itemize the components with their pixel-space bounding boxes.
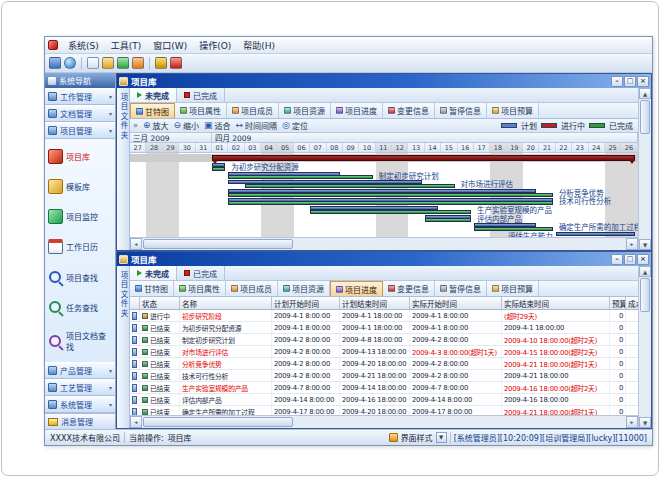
table-row[interactable]: 已结束确定生产所需的加工过程2009-4-17 8:00:002009-4-20…: [130, 406, 638, 415]
menu-system[interactable]: 系统(S): [62, 38, 105, 53]
column-header[interactable]: 预算: [610, 297, 626, 309]
tab-gantt[interactable]: 甘特图: [130, 281, 174, 296]
table-row[interactable]: 已结束对市场进行评估2009-4-2 8:00:002009-4-13 18:0…: [130, 346, 638, 358]
lock-icon[interactable]: [155, 57, 167, 69]
tab-properties[interactable]: 项目属性: [174, 281, 226, 296]
tab-resources[interactable]: 项目资源: [279, 103, 331, 118]
scroll-left-icon[interactable]: ◂: [130, 416, 142, 428]
tab-unfinished[interactable]: 未完成: [130, 266, 177, 280]
scroll-thumb[interactable]: [640, 100, 650, 134]
close-button[interactable]: ×: [637, 254, 649, 265]
minimize-button[interactable]: –: [611, 76, 623, 87]
save-icon[interactable]: [49, 57, 61, 69]
tab-gantt[interactable]: 甘特图: [130, 103, 175, 118]
folder-side-tab[interactable]: 项目文件夹: [117, 266, 130, 428]
tab-progress[interactable]: 项目进度: [331, 103, 383, 118]
scroll-up-icon[interactable]: ▲: [639, 266, 651, 277]
overflow-chevron-icon[interactable]: »: [133, 121, 138, 130]
table-row[interactable]: 已结束分析竞争优势2009-4-2 8:00:002009-4-20 18:00…: [130, 358, 638, 370]
column-header[interactable]: 成本: [626, 297, 638, 309]
menu-help[interactable]: 帮助(H): [237, 38, 281, 53]
tab-pause[interactable]: 暂停信息: [435, 103, 487, 118]
style-dropdown-button[interactable]: ▼: [436, 432, 447, 443]
child-window-titlebar[interactable]: 项目库–□×: [117, 74, 651, 88]
close-button[interactable]: ×: [637, 76, 649, 87]
scroll-left-icon[interactable]: ◂: [130, 238, 142, 250]
column-header[interactable]: 实际结束时间: [502, 297, 610, 309]
actual-bar[interactable]: [310, 210, 471, 214]
column-header[interactable]: 实际开始时间: [410, 297, 502, 309]
scroll-down-icon[interactable]: ▼: [639, 239, 651, 250]
tab-members[interactable]: 项目成员: [227, 103, 279, 118]
actual-bar[interactable]: [474, 227, 553, 231]
gantt-tool-locate[interactable]: ◎定位: [282, 120, 308, 131]
vertical-scrollbar[interactable]: ▲▼: [638, 88, 651, 250]
table-row[interactable]: 进行中初步研究阶段2009-4-1 8:00:002009-4-1 18:00:…: [130, 310, 638, 322]
table-row[interactable]: 已结束为初步研究分配资源2009-4-1 8:00:002009-4-1 18:…: [130, 322, 638, 334]
maximize-button[interactable]: □: [624, 254, 636, 265]
actual-bar[interactable]: [228, 201, 553, 205]
scroll-thumb[interactable]: [143, 239, 293, 249]
actual-bar[interactable]: [228, 175, 372, 179]
scroll-up-icon[interactable]: ▲: [639, 88, 651, 99]
summary-bar[interactable]: [212, 155, 635, 161]
column-header[interactable]: 状态: [140, 297, 180, 309]
column-header[interactable]: 计划开始时间: [272, 297, 340, 309]
horizontal-scrollbar[interactable]: ◂▸: [130, 415, 638, 428]
plan-bar[interactable]: [556, 232, 635, 236]
scroll-right-icon[interactable]: ▸: [626, 416, 638, 428]
gantt-tool-zoom-in[interactable]: ⊕放大: [143, 120, 169, 131]
exit-icon[interactable]: [170, 57, 182, 69]
sidebar-section-system[interactable]: 系统管理▾: [45, 396, 115, 413]
new-doc-icon[interactable]: [87, 57, 99, 69]
tab-members[interactable]: 项目成员: [226, 281, 278, 296]
actual-bar[interactable]: [228, 193, 553, 197]
table-row[interactable]: 已结束制定初步研究计划2009-4-2 8:00:002009-4-8 18:0…: [130, 334, 638, 346]
tab-budget[interactable]: 项目预算: [487, 281, 539, 296]
gantt-tool-zoom-out[interactable]: ⊖缩小: [173, 120, 199, 131]
table-row[interactable]: 已结束评估内部产品2009-4-14 8:00:002009-4-16 18:0…: [130, 394, 638, 406]
chart-icon[interactable]: [117, 57, 129, 69]
actual-bar[interactable]: [212, 167, 225, 171]
sidebar-item-template-library[interactable]: 模板库: [46, 178, 114, 195]
menu-tools[interactable]: 工具(T): [105, 38, 148, 53]
tab-changes[interactable]: 变更信息: [383, 281, 435, 296]
tab-changes[interactable]: 变更信息: [383, 103, 435, 118]
actual-bar[interactable]: [425, 218, 471, 222]
sidebar-section-product[interactable]: 产品管理▾: [45, 362, 115, 379]
sidebar-section-process[interactable]: 工艺管理▾: [45, 379, 115, 396]
sidebar-item-project-library[interactable]: 项目库: [46, 148, 114, 165]
tab-budget[interactable]: 项目预算: [487, 103, 539, 118]
sidebar-section-work[interactable]: 工作管理▾: [45, 88, 115, 105]
sidebar-tab-messages[interactable]: 消息管理: [45, 413, 115, 429]
scroll-right-icon[interactable]: ▸: [626, 238, 638, 250]
sidebar-item-task-search[interactable]: 任务查找: [46, 299, 114, 316]
column-header[interactable]: 名称: [180, 297, 272, 309]
scroll-down-icon[interactable]: ▼: [639, 417, 651, 428]
actual-bar[interactable]: [245, 184, 455, 188]
horizontal-scrollbar[interactable]: ◂▸: [130, 237, 638, 250]
sidebar-section-docs[interactable]: 文档管理▾: [45, 105, 115, 122]
child-window-titlebar[interactable]: 项目库–□×: [117, 252, 651, 266]
column-header[interactable]: 计划结束时间: [340, 297, 410, 309]
table-row[interactable]: 已结束生产实验室规模的产品2009-4-7 8:00:002009-4-14 1…: [130, 382, 638, 394]
sidebar-item-project-search[interactable]: 项目查找: [46, 269, 114, 286]
tab-finished[interactable]: 已完成: [177, 88, 225, 102]
globe-icon[interactable]: [64, 57, 76, 69]
column-header-icon[interactable]: [130, 297, 140, 309]
tab-finished[interactable]: 已完成: [177, 266, 225, 280]
gantt-tool-interval[interactable]: ↔时间间隔: [236, 120, 278, 131]
tab-progress[interactable]: 项目进度: [330, 281, 383, 296]
minimize-button[interactable]: –: [611, 254, 623, 265]
sidebar-section-project[interactable]: 项目管理▾: [45, 122, 115, 139]
menu-operation[interactable]: 操作(O): [193, 38, 237, 53]
sidebar-item-work-calendar[interactable]: 工作日历: [46, 238, 114, 255]
scroll-thumb[interactable]: [143, 417, 293, 427]
folder-icon[interactable]: [102, 57, 114, 69]
vertical-scrollbar[interactable]: ▲▼: [638, 266, 651, 428]
scroll-thumb[interactable]: [640, 278, 650, 312]
folder-side-tab[interactable]: 项目文件夹: [117, 88, 130, 250]
sidebar-item-project-doc-search[interactable]: 项目文档查找: [46, 329, 114, 353]
gantt-tool-fit[interactable]: ▣适合: [204, 120, 231, 131]
table-row[interactable]: 已结束技术可行性分析2009-4-2 8:00:002009-4-21 18:0…: [130, 370, 638, 382]
